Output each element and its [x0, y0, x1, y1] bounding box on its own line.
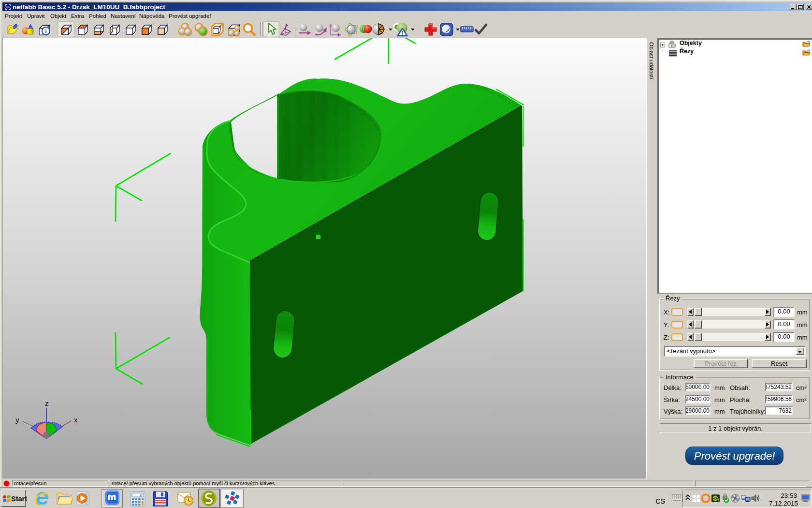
svg-text:z: z: [45, 399, 49, 407]
svg-text:!: !: [718, 498, 719, 502]
svg-text:23:53: 23:53: [781, 492, 797, 499]
svg-text:0: 0: [140, 493, 143, 497]
svg-text:CS: CS: [656, 497, 665, 505]
svg-text:y: y: [15, 416, 19, 424]
svg-text:7.12.2015: 7.12.2015: [769, 500, 798, 507]
svg-text:x: x: [74, 416, 78, 424]
